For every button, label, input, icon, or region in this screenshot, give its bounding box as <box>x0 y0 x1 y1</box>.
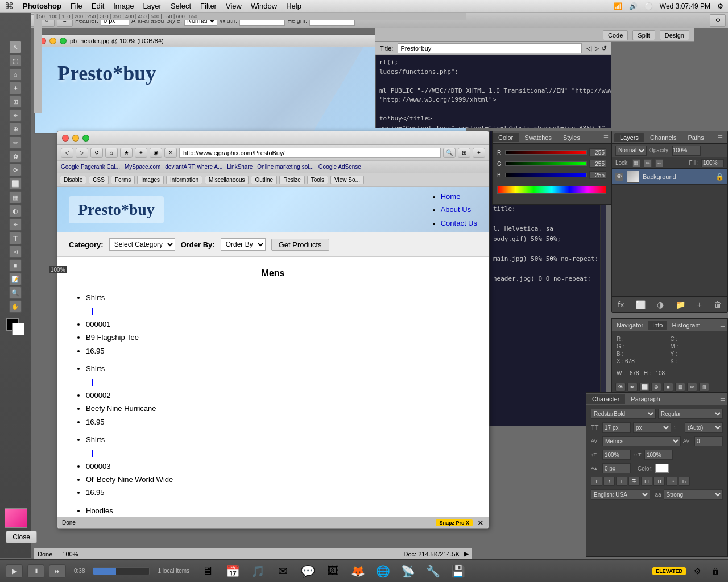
menu-filter[interactable]: Filter <box>200 2 217 10</box>
devtool-images[interactable]: Images <box>137 176 164 184</box>
font-size-input[interactable] <box>602 422 631 433</box>
max-btn-header[interactable] <box>60 38 67 44</box>
brush-tool[interactable]: ✏ <box>9 136 22 149</box>
add-bookmark-btn[interactable]: + <box>135 148 147 158</box>
action-btn-5[interactable]: ■ <box>663 383 673 392</box>
red-slider[interactable] <box>505 150 587 155</box>
tab-navigator[interactable]: Navigator <box>612 321 648 330</box>
menu-view[interactable]: View <box>226 2 242 10</box>
dock-app3[interactable]: 🔧 <box>423 561 443 581</box>
leading-select[interactable]: (Auto) <box>685 422 723 433</box>
devtool-css[interactable]: CSS <box>89 176 109 184</box>
action-btn-1[interactable]: 👁 <box>615 383 626 392</box>
tab-character[interactable]: Character <box>586 394 625 404</box>
tab-color[interactable]: Color <box>493 133 519 142</box>
refresh-icon[interactable]: ↺ <box>601 44 607 52</box>
scale-h-input[interactable] <box>644 450 673 460</box>
view-btn[interactable]: ⊞ <box>458 148 470 158</box>
font-size-unit[interactable]: px <box>633 422 671 433</box>
stop-btn[interactable]: ✕ <box>164 148 177 158</box>
get-products-btn[interactable]: Get Products <box>271 239 329 251</box>
lasso-tool[interactable]: ⌂ <box>9 68 22 81</box>
baseline-input[interactable] <box>602 463 631 473</box>
scale-v-input[interactable] <box>602 450 631 460</box>
browser-close-x[interactable]: ✕ <box>477 518 484 527</box>
opacity-input[interactable] <box>672 146 701 156</box>
bookmark-4[interactable]: LinkShare <box>227 164 253 170</box>
eraser-tool[interactable]: ⬜ <box>9 177 22 190</box>
kerning-select[interactable]: Metrics <box>602 436 681 446</box>
new-layer-btn[interactable]: + <box>697 300 702 309</box>
blue-slider[interactable] <box>505 173 587 177</box>
bold-style-btn[interactable]: T <box>591 477 602 486</box>
layer-background[interactable]: 👁 Background 🔒 <box>612 169 727 185</box>
back-icon[interactable]: ◁ <box>586 44 592 52</box>
code-tab[interactable]: Code <box>603 30 628 40</box>
feed-btn[interactable]: ◉ <box>150 148 162 158</box>
close-button[interactable]: Close <box>6 531 37 543</box>
background-color[interactable] <box>12 323 24 335</box>
dock-calendar[interactable]: 📅 <box>222 561 243 581</box>
dock-browser[interactable]: 🌐 <box>373 561 393 581</box>
superscript-btn[interactable]: T¹ <box>666 477 677 486</box>
menu-select[interactable]: Select <box>171 2 191 10</box>
devtool-disable[interactable]: Disable <box>60 176 86 184</box>
hand-tool[interactable]: ✋ <box>9 300 22 313</box>
zoom-tool[interactable]: 🔍 <box>9 286 22 299</box>
devtool-tools[interactable]: Tools <box>307 176 328 184</box>
title-input[interactable] <box>398 43 582 53</box>
menu-help[interactable]: Help <box>286 2 301 10</box>
nav-link-home[interactable]: Home <box>441 192 461 201</box>
devtool-resize[interactable]: Resize <box>279 176 305 184</box>
dock-chat[interactable]: 💬 <box>297 561 318 581</box>
action-btn-6[interactable]: ▦ <box>675 383 685 392</box>
action-btn-3[interactable]: ⬜ <box>639 383 650 392</box>
nav-link-about[interactable]: About Us <box>441 205 471 214</box>
browser-close-btn[interactable] <box>62 135 69 142</box>
color-spectrum[interactable] <box>497 186 606 194</box>
allcaps-btn[interactable]: TT <box>641 477 652 486</box>
red-value[interactable] <box>589 148 606 156</box>
search-btn[interactable]: 🔍 <box>443 148 456 158</box>
add-mask-btn[interactable]: ⬜ <box>636 300 646 309</box>
more-btn[interactable]: ⚙ <box>710 14 726 27</box>
nav-panel-menu[interactable]: ☰ <box>720 322 727 328</box>
layers-panel-menu[interactable]: ☰ <box>718 134 725 140</box>
devtool-info[interactable]: Information <box>166 176 202 184</box>
shape-tool[interactable]: ■ <box>9 259 22 272</box>
dock-photos[interactable]: 🖼 <box>322 561 343 581</box>
menu-image[interactable]: Image <box>113 2 134 10</box>
blend-mode-select[interactable]: Normal <box>615 146 647 156</box>
dock-app4[interactable]: 💾 <box>448 561 468 581</box>
smallcaps-btn[interactable]: Tt <box>653 477 665 486</box>
dock-app2[interactable]: 📡 <box>398 561 418 581</box>
dock-settings[interactable]: ⚙ <box>690 564 704 578</box>
forward-btn[interactable]: ▷ <box>76 148 88 158</box>
taskbar-pause-btn[interactable]: ⏸ <box>27 564 44 578</box>
fill-input[interactable] <box>701 159 724 167</box>
add-style-btn[interactable]: fx <box>618 300 624 309</box>
move-tool[interactable]: ↖ <box>9 41 22 53</box>
strikethrough-style-btn[interactable]: T̶ <box>628 477 640 486</box>
dock-music[interactable]: 🎵 <box>247 561 268 581</box>
doc-arrow[interactable]: ▶ <box>464 550 469 558</box>
green-slider[interactable] <box>505 161 587 166</box>
menu-layer[interactable]: Layer <box>143 2 162 10</box>
home-btn[interactable]: ⌂ <box>105 148 118 158</box>
char-panel-menu[interactable]: ☰ <box>720 396 727 402</box>
devtool-outline[interactable]: Outline <box>251 176 277 184</box>
devtool-viewsource[interactable]: View So... <box>330 176 364 184</box>
bookmark-5[interactable]: Online marketing sol... <box>257 164 314 170</box>
browser-min-btn[interactable] <box>72 135 79 142</box>
history-brush-tool[interactable]: ⟳ <box>9 164 22 176</box>
tracking-input[interactable] <box>694 436 723 446</box>
dock-finder[interactable]: 🖥 <box>197 561 218 581</box>
lock-image-btn[interactable]: ✏ <box>644 159 652 167</box>
green-value[interactable] <box>589 160 606 168</box>
notes-tool[interactable]: 📝 <box>9 273 22 285</box>
min-btn-header[interactable] <box>49 38 56 44</box>
taskbar-next-btn[interactable]: ⏭ <box>49 564 66 578</box>
pen-tool[interactable]: ✒ <box>9 218 22 231</box>
tab-channels[interactable]: Channels <box>644 133 682 142</box>
crop-tool[interactable]: ⊞ <box>9 95 22 108</box>
